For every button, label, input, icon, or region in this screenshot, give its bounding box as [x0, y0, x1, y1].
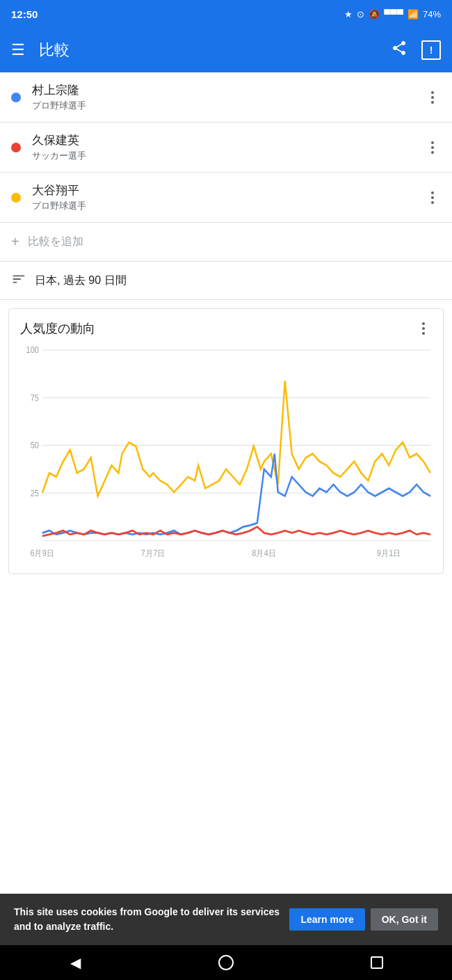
search-items-list: 村上宗隆 プロ野球選手 久保建英 サッカー選手 大谷翔平 プロ野球選手	[0, 72, 452, 223]
svg-text:100: 100	[26, 346, 39, 355]
item-dot-2	[11, 143, 21, 152]
item-dot-1	[11, 93, 21, 102]
back-button[interactable]: ◀	[61, 949, 89, 977]
plus-icon: +	[11, 234, 19, 250]
item-menu-1[interactable]	[424, 89, 441, 106]
item-sub-3: プロ野球選手	[32, 200, 424, 212]
add-compare-label: 比較を追加	[28, 235, 83, 249]
item-dot-3	[11, 193, 21, 203]
svg-text:8月4日: 8月4日	[252, 548, 276, 558]
home-button[interactable]	[212, 949, 240, 977]
page-title: 比較	[39, 40, 391, 61]
search-item-3: 大谷翔平 プロ野球選手	[0, 173, 452, 223]
item-text-1: 村上宗隆 プロ野球選手	[32, 82, 424, 112]
status-icons: ★ ⊙ 🔕 ▀▀▀ 📶 74%	[344, 9, 441, 19]
item-sub-2: サッカー選手	[32, 150, 424, 162]
toolbar-actions: !	[391, 40, 441, 61]
chart-svg: 100 75 50 25 6月9日 7月7日 8月4日 9月1日	[15, 342, 437, 565]
cookie-banner: This site uses cookies from Google to de…	[0, 894, 452, 945]
home-icon	[218, 955, 234, 970]
learn-more-button[interactable]: Learn more	[289, 908, 364, 931]
signal-icon: ▀▀▀	[384, 9, 403, 19]
svg-text:25: 25	[31, 489, 39, 498]
recents-icon	[371, 956, 383, 969]
chart-menu[interactable]	[415, 320, 432, 337]
item-text-3: 大谷翔平 プロ野球選手	[32, 182, 424, 212]
item-name-1: 村上宗隆	[32, 82, 424, 98]
menu-icon[interactable]: ☰	[11, 41, 25, 59]
item-menu-3[interactable]	[424, 189, 441, 206]
mute-icon: 🔕	[369, 9, 380, 19]
cookie-text-bold: This site uses cookies from Google to de…	[14, 906, 280, 932]
svg-text:50: 50	[31, 441, 39, 450]
svg-text:6月9日: 6月9日	[30, 548, 54, 558]
status-time: 12:50	[11, 8, 38, 20]
add-compare-row[interactable]: + 比較を追加	[0, 223, 452, 262]
item-name-3: 大谷翔平	[32, 182, 424, 198]
share-icon[interactable]	[391, 40, 407, 61]
chart-container: 100 75 50 25 6月9日 7月7日 8月4日 9月1日	[15, 342, 437, 565]
bottom-nav: ◀	[0, 945, 452, 980]
back-icon: ◀	[70, 954, 81, 971]
chart-header: 人気度の動向	[9, 309, 443, 342]
wifi-icon: 📶	[407, 9, 419, 19]
chart-section: 人気度の動向 100 75 50 25 6月9日 7月7日 8月4日 9月1日	[8, 308, 444, 574]
filter-bar[interactable]: 日本, 過去 90 日間	[0, 262, 452, 300]
bluetooth-icon: ★	[344, 9, 353, 19]
filter-text: 日本, 過去 90 日間	[35, 274, 127, 288]
recents-button[interactable]	[363, 949, 391, 977]
chart-title: 人気度の動向	[20, 320, 95, 337]
filter-icon	[11, 271, 26, 290]
search-item-1: 村上宗隆 プロ野球選手	[0, 72, 452, 122]
cookie-buttons: Learn more OK, Got it	[289, 908, 438, 931]
feedback-icon[interactable]: !	[421, 40, 441, 60]
svg-text:9月1日: 9月1日	[377, 548, 401, 558]
item-sub-1: プロ野球選手	[32, 100, 424, 112]
item-name-2: 久保建英	[32, 132, 424, 148]
battery-text: 74%	[423, 9, 441, 19]
search-item-2: 久保建英 サッカー選手	[0, 122, 452, 173]
svg-text:75: 75	[31, 393, 39, 402]
cookie-text: This site uses cookies from Google to de…	[14, 905, 281, 934]
item-menu-2[interactable]	[424, 139, 441, 156]
vpn-icon: ⊙	[357, 9, 364, 19]
status-bar: 12:50 ★ ⊙ 🔕 ▀▀▀ 📶 74%	[0, 0, 452, 28]
top-app-bar: ☰ 比較 !	[0, 28, 452, 72]
got-it-button[interactable]: OK, Got it	[371, 908, 438, 931]
item-text-2: 久保建英 サッカー選手	[32, 132, 424, 162]
svg-text:7月7日: 7月7日	[141, 548, 166, 558]
